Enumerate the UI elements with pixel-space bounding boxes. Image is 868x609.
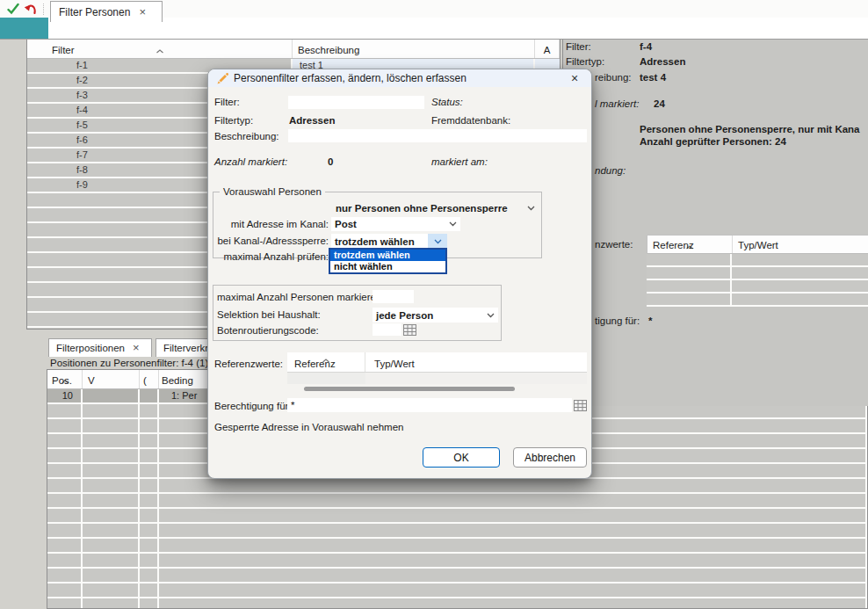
pencil-icon <box>217 73 228 86</box>
botenroutierungscode-input[interactable] <box>373 323 401 336</box>
fremddatenbank-label: Fremddatenbank: <box>431 115 510 126</box>
adresssperre-label: bei Kanal-/Adresssperre: <box>208 236 329 246</box>
personenfilter-dialog: Personenfilter erfassen, ändern, löschen… <box>207 69 592 479</box>
table-row <box>647 280 868 294</box>
lookup-button[interactable] <box>573 399 587 411</box>
check-icon <box>7 3 19 15</box>
horizontal-scrollbar-thumb[interactable] <box>304 387 515 391</box>
beschreibung-input[interactable] <box>288 129 587 142</box>
undo-button[interactable] <box>22 1 40 17</box>
column-header-referenz[interactable]: Referenz <box>287 352 365 372</box>
anzahl-markiert-value: 0 <box>328 156 333 167</box>
tab-filter-personen[interactable]: Filter Personen × <box>50 1 163 22</box>
botenroutierungscode-label: Botenroutierungscode: <box>217 325 319 336</box>
haushalt-label: Selektion bei Haushalt: <box>217 309 321 320</box>
table-row <box>47 554 867 569</box>
dropdown-option-selected[interactable]: trotzdem wählen <box>330 250 445 261</box>
status-label: Status: <box>431 97 463 107</box>
table-row <box>47 524 867 539</box>
haushalt-dropdown[interactable]: jede Person <box>373 308 498 323</box>
detail-filter-label: Filter: <box>566 41 591 52</box>
detail-referenzwerte-label: nzwerte: <box>595 239 633 250</box>
table-row <box>47 479 867 494</box>
column-header-referenz[interactable]: Referenz <box>647 236 733 253</box>
table-row <box>47 494 867 509</box>
max-markieren-input[interactable] <box>373 290 414 303</box>
chevron-down-icon <box>434 239 442 244</box>
detail-anzahl-markiert-value: 24 <box>654 98 665 109</box>
chevron-down-icon <box>487 313 495 318</box>
detail-anzahl-markiert-label: l markiert: <box>595 98 639 109</box>
detail-panel: Filter: f-4 Filtertyp: Adressen reibung:… <box>562 40 868 406</box>
column-header-beschreibung[interactable]: Beschreibung <box>293 40 535 58</box>
table-row <box>47 584 867 598</box>
undo-icon <box>24 4 38 15</box>
kanal-label: mit Adresse im Kanal: <box>208 219 329 229</box>
tab-label: Filter Personen <box>59 6 130 18</box>
tab-filterpositionen[interactable]: Filterpositionen × <box>48 338 152 357</box>
kanal-dropdown[interactable]: Post <box>331 217 460 231</box>
lookup-button[interactable] <box>402 323 416 336</box>
dialog-header: Personenfilter erfassen, ändern, löschen… <box>208 69 591 87</box>
table-row <box>47 509 867 524</box>
detail-info-line-2: Anzahl geprüfter Personen: 24 <box>640 136 786 147</box>
dropdown-option[interactable]: nicht wählen <box>330 261 445 272</box>
vorauswahl-group-title: Vorauswahl Personen <box>220 186 325 197</box>
chevron-down-icon <box>527 206 535 211</box>
column-header-typ-wert[interactable]: Typ/Wert <box>365 352 587 372</box>
dialog-title: Personenfilter erfassen, ändern, löschen… <box>234 72 467 84</box>
column-header-a[interactable]: A <box>535 40 560 58</box>
referenz-table-header: Referenz Typ/Wert <box>287 352 587 373</box>
dropdown-button-focused[interactable] <box>428 234 447 249</box>
column-header-filter[interactable]: Filter <box>27 40 293 58</box>
detail-beschreibung-label: reibung: <box>595 72 632 83</box>
tab-label: Filterpositionen <box>56 343 125 353</box>
table-row <box>647 254 868 267</box>
adresssperre-dropdown-list: trotzdem wählen nicht wählen <box>329 248 447 274</box>
column-header-typ-wert[interactable]: Typ/Wert <box>733 236 868 253</box>
table-row <box>47 598 867 609</box>
confirm-button[interactable] <box>4 1 22 17</box>
close-icon[interactable]: × <box>139 7 146 18</box>
column-header-pos[interactable]: Pos. <box>47 370 83 388</box>
sort-ascending-icon <box>156 41 163 57</box>
detail-berechtigung-value: * <box>648 315 652 326</box>
berechtigung-label: Berechtigung für: <box>214 401 292 411</box>
detail-verwendung-label: ndung: <box>595 165 626 176</box>
filtertyp-label: Filtertyp: <box>214 115 253 126</box>
max-pruefen-label: maximal Anzahl prüfen: <box>208 251 329 262</box>
berechtigung-input[interactable] <box>287 398 572 412</box>
adresssperre-dropdown[interactable]: trotzdem wählen <box>331 234 447 249</box>
detail-referenz-table: Referenz Typ/Wert <box>647 235 868 307</box>
table-row <box>647 267 868 280</box>
tab-strip <box>48 18 868 39</box>
detail-beschreibung-value: test 4 <box>640 72 666 83</box>
filter-input[interactable] <box>288 96 424 109</box>
close-icon[interactable]: × <box>133 343 140 353</box>
personensperre-dropdown[interactable]: nur Personen ohne Personensperre <box>332 201 539 215</box>
detail-filtertyp-label: Filtertyp: <box>566 56 604 67</box>
referenzwerte-label: Referenzwerte: <box>214 359 283 369</box>
column-header-paren[interactable]: ( <box>140 370 159 388</box>
beschreibung-label: Beschreibung: <box>214 131 279 141</box>
referenz-table-header: Referenz Typ/Wert <box>647 235 868 254</box>
positions-caption: Positionen zu Personenfilter: f-4 (1) <box>50 358 208 368</box>
max-markieren-label: maximal Anzahl Personen markieren: <box>217 292 384 302</box>
table-row <box>47 539 867 554</box>
detail-berechtigung-label: tigung für: <box>595 315 640 326</box>
filtertyp-value: Adressen <box>289 115 335 126</box>
table-row <box>287 373 587 384</box>
grid-icon <box>403 324 416 336</box>
close-icon[interactable]: × <box>568 71 582 85</box>
cancel-button[interactable]: Abbrechen <box>513 447 587 468</box>
filter-table-header: Filter Beschreibung A <box>27 40 560 59</box>
detail-filtertyp-value: Adressen <box>640 56 685 67</box>
anzahl-markiert-label: Anzahl markiert: <box>214 156 287 167</box>
column-header-v[interactable]: V <box>83 370 140 388</box>
table-row <box>647 294 868 307</box>
workspace-color-block <box>0 18 48 39</box>
ok-button[interactable]: OK <box>423 447 500 468</box>
gesperrte-adresse-label: Gesperrte Adresse in Vorauswahl nehmen <box>214 422 403 432</box>
detail-filter-value: f-4 <box>640 41 652 52</box>
markiert-am-label: markiert am: <box>431 156 488 167</box>
